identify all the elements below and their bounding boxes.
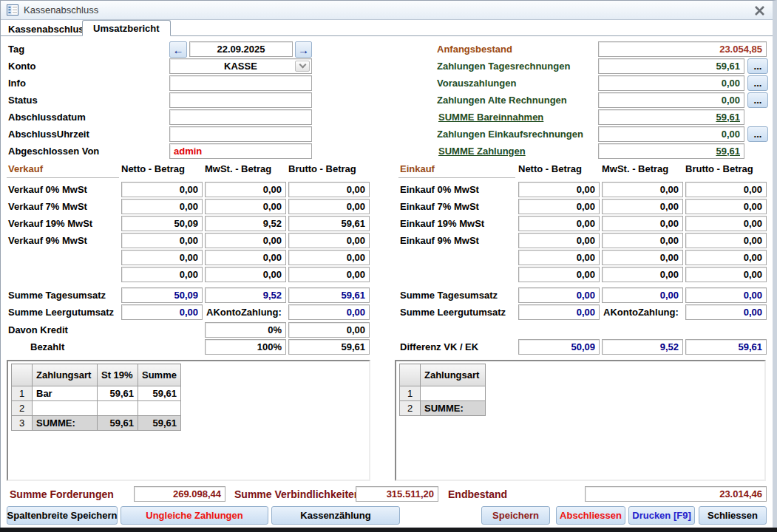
cell-zahlungsart[interactable]: SUMME: — [421, 401, 486, 416]
table-row-summe[interactable]: 2 SUMME: — [400, 401, 486, 416]
differenz-brutto-field[interactable]: 59,61 — [685, 339, 767, 355]
row-number[interactable]: 2 — [12, 401, 33, 416]
einkauf-mwst-field[interactable]: 0,00 — [602, 199, 683, 214]
verkauf-brutto-field[interactable]: 0,00 — [288, 267, 370, 282]
abschlussdatum-field[interactable] — [169, 109, 312, 125]
cell-summe[interactable]: 59,61 — [138, 386, 181, 401]
einkauf-akontozahlung-field[interactable]: 0,00 — [685, 304, 767, 320]
endbestand-field[interactable]: 23.014,46 — [585, 486, 767, 502]
table-row-summe[interactable]: 3 SUMME: 59,61 59,61 — [12, 416, 181, 431]
differenz-netto-field[interactable]: 50,09 — [518, 339, 600, 355]
konto-dropdown-button[interactable] — [295, 61, 310, 72]
cell-st19[interactable] — [98, 401, 138, 416]
einkauf-netto-field[interactable]: 0,00 — [518, 182, 600, 197]
einkauf-brutto-field[interactable]: 0,00 — [685, 216, 767, 231]
zahlungsart-grid-right[interactable]: Zahlungsart 1 2 SUMME: — [399, 364, 486, 416]
tab-kassenabschluss[interactable]: Kassenabschluss — [8, 24, 89, 35]
einkauf-mwst-field[interactable]: 0,00 — [602, 250, 683, 265]
verkauf-netto-field[interactable]: 0,00 — [121, 182, 203, 197]
date-field[interactable]: 22.09.2025 — [189, 41, 293, 57]
date-next-button[interactable]: → — [295, 41, 312, 58]
abschliessen-button[interactable]: Abschliessen — [556, 506, 625, 525]
einkauf-netto-field[interactable]: 0,00 — [518, 199, 600, 214]
konto-combobox[interactable]: KASSE — [169, 58, 312, 74]
einkauf-mwst-field[interactable]: 0,00 — [602, 216, 683, 231]
abschlussuhrzeit-field[interactable] — [169, 126, 312, 142]
verkauf-mwst-field[interactable]: 0,00 — [205, 250, 286, 265]
cell-st19[interactable]: 59,61 — [98, 416, 138, 431]
abgeschlossen-von-field[interactable]: admin — [169, 143, 312, 159]
row-number[interactable]: 1 — [400, 386, 421, 401]
cell-summe[interactable] — [138, 401, 181, 416]
summe-zahlungen-field[interactable]: 59,61 — [598, 143, 744, 159]
einkauf-brutto-field[interactable]: 0,00 — [685, 267, 767, 282]
einkauf-summe-tagesumsatz-mwst[interactable]: 0,00 — [602, 287, 683, 303]
vorauszahlungen-more-button[interactable]: ... — [747, 75, 768, 91]
zahlungen-alte-rechnungen-more-button[interactable]: ... — [747, 92, 768, 108]
speichern-button[interactable]: Speichern — [481, 506, 550, 525]
summe-forderungen-field[interactable]: 269.098,44 — [134, 486, 225, 502]
verkauf-mwst-field[interactable]: 9,52 — [205, 216, 286, 231]
table-row[interactable]: 1 — [400, 386, 486, 401]
verkauf-brutto-field[interactable]: 0,00 — [288, 182, 370, 197]
verkauf-mwst-field[interactable]: 0,00 — [205, 199, 286, 214]
cell-zahlungsart[interactable]: SUMME: — [33, 416, 98, 431]
einkauf-netto-field[interactable]: 0,00 — [518, 233, 600, 248]
grid-col-st19[interactable]: St 19% — [98, 364, 138, 386]
cell-st19[interactable]: 59,61 — [98, 386, 138, 401]
verkauf-netto-field[interactable]: 0,00 — [121, 250, 203, 265]
tab-umsatzbericht[interactable]: Umsatzbericht — [82, 20, 171, 36]
zahlungen-einkaufsrechnungen-field[interactable]: 0,00 — [598, 126, 744, 142]
verkauf-brutto-field[interactable]: 0,00 — [288, 233, 370, 248]
spaltenbreite-speichern-button[interactable]: Spaltenbreite Speichern — [7, 506, 118, 525]
schliessen-button[interactable]: Schliessen — [699, 506, 767, 525]
bezahlt-value-field[interactable]: 59,61 — [288, 339, 370, 355]
einkauf-mwst-field[interactable]: 0,00 — [602, 267, 683, 282]
verkauf-summe-leergutumsatz-field[interactable]: 0,00 — [121, 304, 203, 320]
bezahlt-percent-field[interactable]: 100% — [205, 339, 286, 355]
grid-col-zahlungsart[interactable]: Zahlungsart — [33, 364, 98, 386]
summe-verbindlichkeiten-field[interactable]: 315.511,20 — [356, 486, 438, 502]
verkauf-summe-tagesumsatz-mwst[interactable]: 9,52 — [205, 287, 286, 303]
einkauf-summe-tagesumsatz-brutto[interactable]: 0,00 — [685, 287, 767, 303]
verkauf-mwst-field[interactable]: 0,00 — [205, 267, 286, 282]
cell-zahlungsart[interactable]: Bar — [33, 386, 98, 401]
info-field[interactable] — [169, 75, 312, 91]
ungleiche-zahlungen-button[interactable]: Ungleiche Zahlungen — [121, 506, 268, 525]
verkauf-mwst-field[interactable]: 0,00 — [205, 233, 286, 248]
date-prev-button[interactable]: ← — [169, 41, 187, 58]
zahlungen-tagesrechnungen-more-button[interactable]: ... — [747, 58, 768, 74]
row-number[interactable]: 2 — [400, 401, 421, 416]
grid-col-summe[interactable]: Summe — [138, 364, 181, 386]
einkauf-netto-field[interactable]: 0,00 — [518, 250, 600, 265]
verkauf-summe-tagesumsatz-brutto[interactable]: 59,61 — [288, 287, 370, 303]
cell-zahlungsart[interactable] — [33, 401, 98, 416]
einkauf-brutto-field[interactable]: 0,00 — [685, 250, 767, 265]
davon-kredit-percent-field[interactable]: 0% — [205, 322, 286, 338]
einkauf-brutto-field[interactable]: 0,00 — [685, 233, 767, 248]
cell-zahlungsart[interactable] — [421, 386, 486, 401]
verkauf-netto-field[interactable]: 0,00 — [121, 233, 203, 248]
verkauf-netto-field[interactable]: 0,00 — [121, 199, 203, 214]
row-number[interactable]: 1 — [12, 386, 33, 401]
vorauszahlungen-field[interactable]: 0,00 — [598, 75, 744, 91]
zahlungen-einkaufsrechnungen-more-button[interactable]: ... — [747, 126, 768, 142]
einkauf-summe-tagesumsatz-netto[interactable]: 0,00 — [518, 287, 600, 303]
einkauf-mwst-field[interactable]: 0,00 — [602, 233, 683, 248]
kassenzaehlung-button[interactable]: Kassenzählung — [271, 506, 400, 525]
verkauf-summe-tagesumsatz-netto[interactable]: 50,09 — [121, 287, 203, 303]
verkauf-netto-field[interactable]: 0,00 — [121, 267, 203, 282]
summe-bareinnahmen-field[interactable]: 59,61 — [598, 109, 744, 125]
zahlungen-alte-rechnungen-field[interactable]: 0,00 — [598, 92, 744, 108]
einkauf-netto-field[interactable]: 0,00 — [518, 216, 600, 231]
davon-kredit-value-field[interactable]: 0,00 — [288, 322, 370, 338]
verkauf-netto-field[interactable]: 50,09 — [121, 216, 203, 231]
zahlungen-tagesrechnungen-field[interactable]: 59,61 — [598, 58, 744, 74]
row-number[interactable]: 3 — [12, 416, 33, 431]
zahlungsart-grid-left[interactable]: Zahlungsart St 19% Summe 1 Bar 59,61 59,… — [11, 364, 181, 431]
verkauf-mwst-field[interactable]: 0,00 — [205, 182, 286, 197]
status-field[interactable] — [169, 92, 312, 108]
differenz-mwst-field[interactable]: 9,52 — [602, 339, 683, 355]
close-icon[interactable] — [754, 5, 765, 16]
verkauf-brutto-field[interactable]: 59,61 — [288, 216, 370, 231]
